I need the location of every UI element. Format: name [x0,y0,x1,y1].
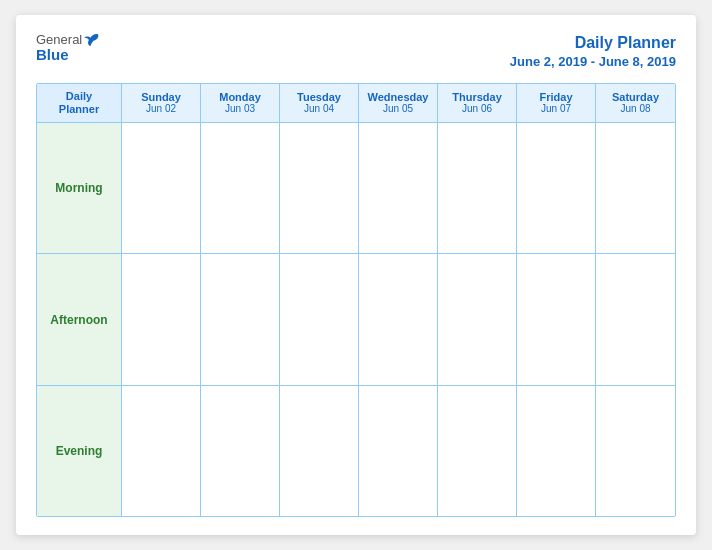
tuesday-name: Tuesday [297,91,341,103]
header-saturday: Saturday Jun 08 [596,84,675,122]
evening-tuesday-cell[interactable] [280,386,359,516]
calendar: Daily Planner Sunday Jun 02 Monday Jun 0… [36,83,676,517]
monday-name: Monday [219,91,261,103]
morning-sunday-cell[interactable] [122,123,201,253]
morning-tuesday-cell[interactable] [280,123,359,253]
calendar-header-row: Daily Planner Sunday Jun 02 Monday Jun 0… [37,84,675,123]
title-block: Daily Planner June 2, 2019 - June 8, 201… [510,33,676,71]
logo-general-text: General [36,33,82,47]
morning-thursday-cell[interactable] [438,123,517,253]
date-range: June 2, 2019 - June 8, 2019 [510,54,676,71]
afternoon-saturday-cell[interactable] [596,254,675,384]
thursday-date: Jun 06 [462,103,492,114]
afternoon-friday-cell[interactable] [517,254,596,384]
planner-title: Daily Planner [510,33,676,54]
evening-thursday-cell[interactable] [438,386,517,516]
friday-name: Friday [539,91,572,103]
wednesday-name: Wednesday [368,91,429,103]
header-friday: Friday Jun 07 [517,84,596,122]
logo: General Blue [36,33,100,64]
afternoon-tuesday-cell[interactable] [280,254,359,384]
header-label-top: Daily [66,90,92,103]
thursday-name: Thursday [452,91,502,103]
calendar-body: Morning Afternoon [37,123,675,516]
evening-friday-cell[interactable] [517,386,596,516]
afternoon-sunday-cell[interactable] [122,254,201,384]
morning-saturday-cell[interactable] [596,123,675,253]
page: General Blue Daily Planner June 2, 2019 … [16,15,696,535]
wednesday-date: Jun 05 [383,103,413,114]
afternoon-wednesday-cell[interactable] [359,254,438,384]
morning-friday-cell[interactable] [517,123,596,253]
morning-wednesday-cell[interactable] [359,123,438,253]
header-monday: Monday Jun 03 [201,84,280,122]
afternoon-monday-cell[interactable] [201,254,280,384]
friday-date: Jun 07 [541,103,571,114]
afternoon-row: Afternoon [37,254,675,385]
monday-date: Jun 03 [225,103,255,114]
afternoon-label: Afternoon [37,254,122,384]
saturday-name: Saturday [612,91,659,103]
header-thursday: Thursday Jun 06 [438,84,517,122]
tuesday-date: Jun 04 [304,103,334,114]
morning-label: Morning [37,123,122,253]
header: General Blue Daily Planner June 2, 2019 … [36,33,676,71]
evening-saturday-cell[interactable] [596,386,675,516]
evening-row: Evening [37,386,675,516]
logo-bird-icon [84,33,100,47]
morning-monday-cell[interactable] [201,123,280,253]
sunday-date: Jun 02 [146,103,176,114]
header-label-bottom: Planner [59,103,99,116]
header-sunday: Sunday Jun 02 [122,84,201,122]
header-label-cell: Daily Planner [37,84,122,122]
header-tuesday: Tuesday Jun 04 [280,84,359,122]
logo-blue-text: Blue [36,47,69,64]
sunday-name: Sunday [141,91,181,103]
evening-label: Evening [37,386,122,516]
afternoon-thursday-cell[interactable] [438,254,517,384]
header-wednesday: Wednesday Jun 05 [359,84,438,122]
saturday-date: Jun 08 [620,103,650,114]
evening-wednesday-cell[interactable] [359,386,438,516]
morning-row: Morning [37,123,675,254]
evening-monday-cell[interactable] [201,386,280,516]
evening-sunday-cell[interactable] [122,386,201,516]
